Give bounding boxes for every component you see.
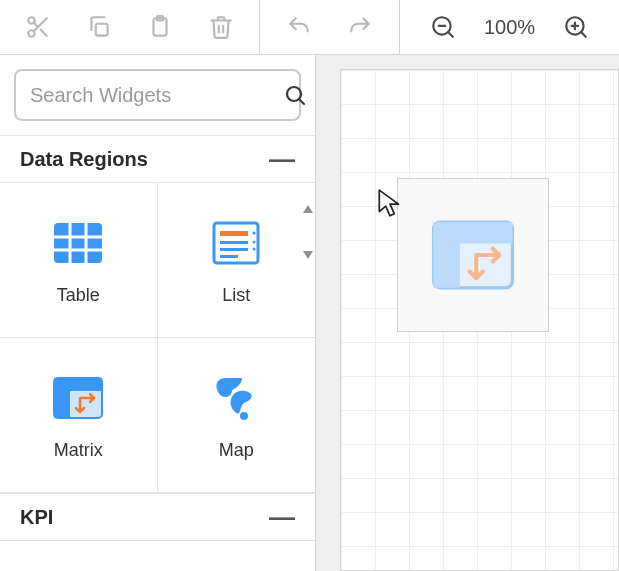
delete-button[interactable] bbox=[203, 9, 239, 45]
svg-line-4 bbox=[34, 23, 38, 27]
svg-rect-25 bbox=[220, 231, 248, 236]
clipboard-icon bbox=[147, 14, 173, 40]
main-area: Data Regions — Table List Matrix Map KPI bbox=[0, 55, 619, 571]
zoom-group: 100% bbox=[400, 0, 619, 54]
widget-table[interactable]: Table bbox=[0, 183, 158, 338]
widget-map[interactable]: Map bbox=[158, 338, 316, 493]
search-input[interactable] bbox=[30, 84, 283, 107]
svg-rect-19 bbox=[54, 223, 102, 263]
map-icon bbox=[208, 370, 264, 426]
svg-rect-5 bbox=[96, 24, 108, 36]
paste-button[interactable] bbox=[142, 9, 178, 45]
svg-point-30 bbox=[253, 240, 256, 243]
canvas-viewport bbox=[316, 55, 619, 571]
scroll-indicator[interactable] bbox=[303, 205, 313, 259]
svg-line-9 bbox=[448, 32, 453, 37]
trash-icon bbox=[208, 14, 234, 40]
search-wrap bbox=[0, 55, 315, 135]
matrix-icon bbox=[427, 209, 519, 301]
widget-label: Matrix bbox=[54, 440, 103, 461]
matrix-icon bbox=[50, 370, 106, 426]
zoom-out-icon bbox=[430, 14, 456, 40]
svg-marker-17 bbox=[303, 205, 313, 213]
search-container bbox=[14, 69, 301, 121]
svg-rect-27 bbox=[220, 248, 248, 251]
svg-rect-38 bbox=[434, 222, 460, 288]
svg-line-3 bbox=[41, 30, 47, 36]
minus-icon: — bbox=[269, 504, 295, 530]
svg-point-29 bbox=[253, 231, 256, 234]
section-data-regions[interactable]: Data Regions — bbox=[0, 135, 315, 183]
undo-icon bbox=[286, 14, 312, 40]
cursor-icon bbox=[377, 188, 403, 218]
widget-matrix[interactable]: Matrix bbox=[0, 338, 158, 493]
copy-icon bbox=[86, 14, 112, 40]
search-icon bbox=[283, 83, 307, 107]
redo-button[interactable] bbox=[342, 9, 378, 45]
cut-button[interactable] bbox=[20, 9, 56, 45]
svg-rect-34 bbox=[54, 378, 70, 418]
zoom-out-button[interactable] bbox=[425, 9, 461, 45]
widget-sidebar: Data Regions — Table List Matrix Map KPI bbox=[0, 55, 316, 571]
data-regions-grid: Table List Matrix Map bbox=[0, 183, 315, 493]
minus-icon: — bbox=[269, 146, 295, 172]
widget-label: Map bbox=[219, 440, 254, 461]
scissors-icon bbox=[25, 14, 51, 40]
widget-label: List bbox=[222, 285, 250, 306]
edit-group bbox=[0, 0, 260, 54]
zoom-level: 100% bbox=[484, 16, 535, 39]
top-toolbar: 100% bbox=[0, 0, 619, 55]
zoom-in-icon bbox=[563, 14, 589, 40]
undo-button[interactable] bbox=[281, 9, 317, 45]
section-title: KPI bbox=[20, 506, 53, 529]
section-kpi[interactable]: KPI — bbox=[0, 493, 315, 541]
list-icon bbox=[208, 215, 264, 271]
svg-rect-26 bbox=[220, 241, 248, 244]
svg-point-31 bbox=[253, 247, 256, 250]
drag-ghost-matrix bbox=[397, 178, 549, 332]
section-title: Data Regions bbox=[20, 148, 148, 171]
history-group bbox=[260, 0, 400, 54]
redo-icon bbox=[347, 14, 373, 40]
svg-line-16 bbox=[299, 99, 304, 104]
design-canvas[interactable] bbox=[340, 69, 619, 571]
svg-point-35 bbox=[240, 412, 248, 420]
widget-list[interactable]: List bbox=[158, 183, 316, 338]
svg-marker-18 bbox=[303, 251, 313, 259]
svg-line-12 bbox=[581, 32, 586, 37]
svg-rect-28 bbox=[220, 255, 238, 258]
widget-label: Table bbox=[57, 285, 100, 306]
table-icon bbox=[50, 215, 106, 271]
zoom-in-button[interactable] bbox=[558, 9, 594, 45]
copy-button[interactable] bbox=[81, 9, 117, 45]
